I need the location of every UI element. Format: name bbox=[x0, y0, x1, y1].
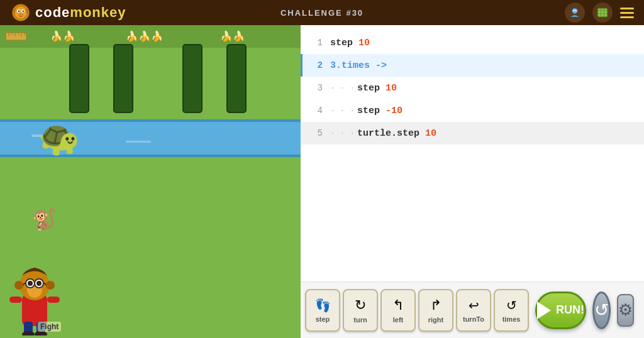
main-content: 🍌🍌 🍌🍌🍌 🍌🍌 🐢 🐒 bbox=[0, 25, 644, 338]
run-label: RUN! bbox=[556, 303, 584, 317]
command-buttons: 👣 step ↻ turn ↰ left ↱ right ↩ tu bbox=[305, 289, 529, 332]
ruler-icon bbox=[5, 31, 27, 42]
turnto-icon: ↩ bbox=[469, 298, 479, 313]
indent-dots-5: · · · bbox=[330, 129, 355, 138]
header-right bbox=[565, 3, 634, 23]
gear-icon: ⚙ bbox=[618, 300, 633, 320]
settings-button[interactable]: ⚙ bbox=[617, 294, 634, 327]
tree-4 bbox=[226, 44, 247, 113]
svg-rect-32 bbox=[47, 297, 60, 303]
kw-step-1: step bbox=[330, 38, 358, 48]
logo-text: codemonkey bbox=[35, 4, 126, 21]
svg-rect-13 bbox=[598, 8, 608, 16]
code-line-4[interactable]: 4 · · · step -10 bbox=[301, 99, 644, 122]
code-line-1[interactable]: 1 step 10 bbox=[301, 31, 644, 54]
indent-dots-3: · · · bbox=[330, 84, 355, 93]
kw-num-5: 10 bbox=[425, 128, 436, 139]
svg-point-26 bbox=[28, 281, 33, 286]
kw-num-1: 10 bbox=[358, 38, 370, 48]
fight-label: Fight bbox=[38, 322, 61, 332]
tree-2 bbox=[113, 44, 133, 113]
svg-point-8 bbox=[18, 13, 24, 16]
svg-point-36 bbox=[35, 331, 47, 335]
kw-step-4: step bbox=[357, 106, 386, 116]
times-label: times bbox=[502, 315, 521, 323]
turnto-label: turnTo bbox=[463, 315, 484, 323]
banana-cluster-left: 🍌🍌 bbox=[50, 30, 75, 42]
right-icon: ↱ bbox=[430, 297, 441, 313]
svg-point-27 bbox=[36, 281, 42, 286]
svg-point-11 bbox=[573, 9, 575, 11]
kw-step-3: step bbox=[357, 83, 386, 94]
logo-area: codemonkey bbox=[10, 2, 126, 23]
turtle-sprite: 🐢 bbox=[38, 118, 80, 158]
menu-line-1 bbox=[620, 8, 634, 9]
header: codemonkey CHALLENGE #30 bbox=[0, 0, 644, 25]
step-label: step bbox=[316, 315, 330, 323]
tree-1 bbox=[69, 44, 89, 113]
logo-monkey-icon bbox=[10, 2, 31, 23]
reset-button[interactable]: ↺ bbox=[592, 292, 611, 329]
turn-label: turn bbox=[353, 316, 367, 324]
right-label: right bbox=[428, 316, 443, 324]
menu-line-3 bbox=[620, 16, 634, 18]
code-content-3: step 10 bbox=[357, 83, 397, 94]
kw-turtle-step: turtle.step bbox=[357, 128, 425, 139]
run-button[interactable]: RUN! bbox=[535, 292, 586, 329]
code-content-4: step -10 bbox=[357, 106, 402, 116]
step-icon: 👣 bbox=[315, 298, 331, 313]
avatar-button[interactable] bbox=[565, 3, 585, 23]
times-button[interactable]: ↺ times bbox=[494, 289, 529, 332]
banana-cluster-right: 🍌🍌 bbox=[220, 30, 245, 42]
turn-button[interactable]: ↻ turn bbox=[343, 289, 378, 332]
logo-code: code bbox=[35, 4, 70, 20]
code-panel: 1 step 10 2 3.times -> 3 · · · step 10 bbox=[301, 25, 644, 338]
code-editor: 1 step 10 2 3.times -> 3 · · · step 10 bbox=[301, 25, 644, 281]
times-icon: ↺ bbox=[506, 298, 517, 313]
code-content-5: turtle.step 10 bbox=[357, 128, 436, 139]
monkey-small-sprite: 🐒 bbox=[31, 207, 57, 231]
left-icon: ↰ bbox=[392, 297, 404, 313]
bottom-toolbar: 👣 step ↻ turn ↰ left ↱ right ↩ tu bbox=[301, 281, 644, 338]
challenge-title: CHALLENGE #30 bbox=[280, 8, 364, 18]
code-line-3[interactable]: 3 · · · step 10 bbox=[301, 77, 644, 99]
tree-3 bbox=[182, 44, 203, 113]
banana-cluster-center: 🍌🍌🍌 bbox=[126, 30, 164, 42]
play-triangle-icon bbox=[537, 302, 551, 319]
line-num-4: 4 bbox=[308, 106, 323, 116]
line-num-5: 5 bbox=[308, 128, 323, 138]
kw-neg-4: -10 bbox=[386, 106, 402, 116]
code-line-2[interactable]: 2 3.times -> bbox=[301, 54, 644, 77]
svg-point-29 bbox=[14, 281, 23, 290]
right-button[interactable]: ↱ right bbox=[418, 289, 453, 332]
logo-monkey-text: monkey bbox=[70, 4, 126, 20]
kw-num-3: 10 bbox=[386, 83, 397, 94]
turnto-button[interactable]: ↩ turnTo bbox=[456, 289, 491, 332]
turn-icon: ↻ bbox=[355, 297, 366, 313]
menu-button[interactable] bbox=[620, 8, 634, 18]
avatar-icon bbox=[569, 6, 581, 19]
svg-point-30 bbox=[46, 281, 55, 290]
code-line-5[interactable]: 5 · · · turtle.step 10 bbox=[301, 122, 644, 144]
game-panel: 🍌🍌 🍌🍌🍌 🍌🍌 🐢 🐒 bbox=[0, 25, 301, 338]
svg-point-35 bbox=[22, 331, 35, 335]
svg-rect-31 bbox=[9, 297, 22, 303]
code-content-1: step 10 bbox=[330, 38, 370, 48]
indent-dots-4: · · · bbox=[330, 106, 355, 116]
menu-line-2 bbox=[620, 12, 634, 14]
line-num-3: 3 bbox=[308, 83, 323, 93]
step-button[interactable]: 👣 step bbox=[305, 289, 340, 332]
kw-arrow: -> bbox=[375, 60, 387, 71]
left-button[interactable]: ↰ left bbox=[380, 289, 416, 332]
left-label: left bbox=[393, 316, 404, 324]
map-icon bbox=[596, 6, 609, 19]
line-num-1: 1 bbox=[308, 38, 323, 48]
map-button[interactable] bbox=[592, 3, 613, 23]
svg-point-7 bbox=[23, 11, 25, 13]
reset-icon: ↺ bbox=[594, 300, 609, 320]
line-num-2: 2 bbox=[308, 60, 323, 70]
svg-point-6 bbox=[18, 11, 20, 13]
code-content-2: 3.times -> bbox=[330, 60, 387, 71]
kw-times: 3.times bbox=[330, 60, 375, 71]
svg-point-12 bbox=[575, 9, 577, 11]
